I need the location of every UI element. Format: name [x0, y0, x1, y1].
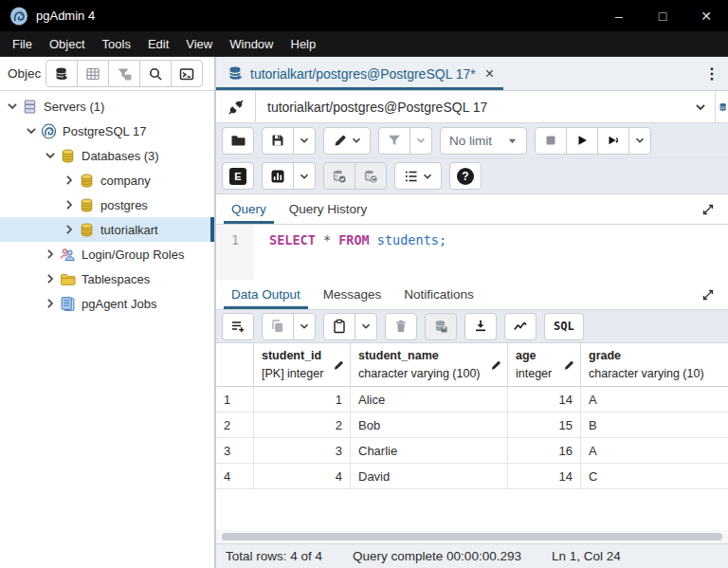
row-number-cell[interactable]: 1	[216, 387, 254, 412]
menu-window[interactable]: Window	[221, 31, 282, 56]
expand-output-button[interactable]	[692, 280, 724, 309]
chevron-right-icon[interactable]	[63, 174, 76, 187]
new-connection-button[interactable]	[715, 91, 728, 122]
tree-item-company[interactable]: company	[0, 168, 214, 192]
filter-dropdown-button[interactable]	[410, 127, 432, 155]
tree-item-login-group-roles[interactable]: Login/Group Roles	[0, 242, 214, 266]
sql-editor[interactable]: 1 SELECT * FROM students;	[216, 225, 728, 280]
grid-corner-cell[interactable]	[216, 343, 254, 386]
chevron-down-icon[interactable]	[44, 149, 57, 162]
sql-code-line[interactable]: SELECT * FROM students;	[254, 225, 446, 280]
query-tool-tab[interactable]: tutorialkart/postgres@PostgreSQL 17* ×	[216, 57, 503, 90]
chevron-right-icon[interactable]	[44, 272, 57, 285]
connection-dropdown[interactable]	[686, 101, 715, 114]
chevron-right-icon[interactable]	[63, 198, 76, 211]
tab-query[interactable]: Query	[220, 194, 278, 224]
commit-button[interactable]	[323, 162, 355, 190]
save-file-button[interactable]	[262, 127, 294, 155]
tab-menu-kebab-icon[interactable]: ⋮	[696, 57, 728, 90]
cell-student-name[interactable]: Charlie	[351, 438, 508, 463]
column-header-age[interactable]: age integer	[508, 343, 581, 386]
column-header-grade[interactable]: grade character varying (10)	[581, 343, 728, 386]
menu-view[interactable]: View	[177, 31, 221, 56]
save-data-button[interactable]	[425, 313, 457, 340]
cell-grade[interactable]: C	[581, 464, 728, 488]
download-button[interactable]	[464, 313, 497, 340]
tree-item-tutorialkart[interactable]: tutorialkart	[0, 217, 214, 242]
chevron-right-icon[interactable]	[44, 247, 57, 261]
add-row-button[interactable]	[222, 313, 254, 340]
menu-edit[interactable]: Edit	[139, 31, 177, 56]
row-number-cell[interactable]: 2	[216, 412, 254, 437]
cell-student-id[interactable]: 3	[254, 438, 351, 463]
tree-item-postgresql-17[interactable]: PostgreSQL 17	[0, 119, 214, 143]
edit-button[interactable]	[323, 127, 371, 155]
expand-editor-button[interactable]	[692, 194, 724, 224]
execute-dropdown-button[interactable]	[628, 127, 651, 155]
browser-dependencies-button[interactable]	[77, 60, 109, 87]
copy-button[interactable]	[262, 313, 294, 340]
tree-item-postgres[interactable]: postgres	[0, 192, 214, 217]
edit-column-icon[interactable]	[563, 358, 575, 371]
tree-item-tablespaces[interactable]: Tablespaces	[0, 266, 214, 291]
cancel-query-button[interactable]	[535, 127, 567, 155]
cell-student-name[interactable]: Alice	[351, 387, 508, 412]
cell-age[interactable]: 16	[508, 438, 581, 463]
paste-dropdown-button[interactable]	[355, 313, 377, 340]
cell-student-name[interactable]: David	[351, 464, 508, 488]
show-sql-button[interactable]: SQL	[544, 313, 584, 340]
connection-status-button[interactable]	[216, 91, 256, 122]
graph-visualiser-button[interactable]	[504, 313, 537, 340]
cell-student-name[interactable]: Bob	[351, 412, 508, 437]
cell-grade[interactable]: B	[581, 412, 728, 437]
scrollbar-thumb[interactable]	[222, 533, 722, 541]
menu-tools[interactable]: Tools	[94, 31, 139, 56]
cell-student-id[interactable]: 1	[254, 387, 351, 412]
chevron-down-icon[interactable]	[6, 100, 19, 113]
chevron-right-icon[interactable]	[63, 223, 76, 236]
open-file-button[interactable]	[222, 127, 254, 155]
filter-button[interactable]	[378, 127, 410, 155]
tab-data-output[interactable]: Data Output	[220, 280, 312, 309]
help-button[interactable]: ?	[449, 162, 482, 190]
copy-dropdown-button[interactable]	[293, 313, 316, 340]
cell-age[interactable]: 14	[508, 464, 581, 488]
browser-database-button[interactable]	[46, 60, 78, 87]
rollback-button[interactable]	[355, 162, 387, 190]
save-dropdown-button[interactable]	[293, 127, 316, 155]
paste-button[interactable]	[323, 313, 355, 340]
column-header-student-id[interactable]: student_id [PK] integer	[254, 343, 351, 386]
row-number-cell[interactable]: 4	[216, 464, 254, 488]
tab-messages[interactable]: Messages	[312, 280, 393, 309]
menu-object[interactable]: Object	[41, 31, 94, 56]
menu-help[interactable]: Help	[282, 31, 325, 56]
edit-column-icon[interactable]	[333, 358, 345, 371]
tree-item-databases[interactable]: Databases (3)	[0, 143, 214, 168]
row-limit-select[interactable]: No limit	[440, 127, 527, 155]
cell-grade[interactable]: A	[581, 387, 728, 412]
cell-grade[interactable]: A	[581, 438, 728, 463]
macros-button[interactable]	[394, 162, 442, 190]
cell-student-id[interactable]: 4	[254, 464, 351, 488]
browser-filter-button[interactable]	[108, 60, 140, 87]
execute-options-button[interactable]	[597, 127, 629, 155]
tab-close-icon[interactable]: ×	[485, 66, 494, 82]
tree-item-pgagent-jobs[interactable]: pgAgent Jobs	[0, 291, 214, 316]
tab-query-history[interactable]: Query History	[278, 194, 379, 224]
row-number-cell[interactable]: 3	[216, 438, 254, 463]
edit-column-icon[interactable]	[490, 358, 502, 371]
cell-age[interactable]: 15	[508, 412, 581, 437]
explain-button[interactable]: E	[222, 162, 254, 190]
delete-row-button[interactable]	[385, 313, 417, 340]
minimize-button[interactable]: –	[597, 0, 641, 31]
cell-age[interactable]: 14	[508, 387, 581, 412]
chevron-right-icon[interactable]	[44, 297, 57, 310]
menu-file[interactable]: File	[4, 31, 41, 56]
tab-notifications[interactable]: Notifications	[392, 280, 485, 309]
chevron-down-icon[interactable]	[25, 124, 38, 137]
close-button[interactable]: ✕	[684, 0, 728, 31]
cell-student-id[interactable]: 2	[254, 412, 351, 437]
explain-analyze-button[interactable]	[262, 162, 294, 190]
browser-search-button[interactable]	[139, 60, 172, 87]
execute-query-button[interactable]	[566, 127, 598, 155]
